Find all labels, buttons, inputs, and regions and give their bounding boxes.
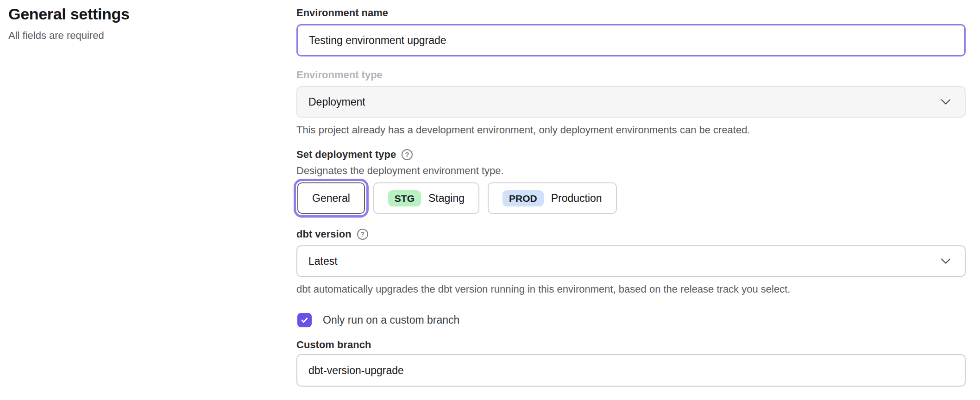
deployment-type-staging-label: Staging (428, 192, 465, 205)
deployment-type-production-button[interactable]: PROD Production (488, 182, 617, 214)
deployment-type-group: Set deployment type ? Designates the dep… (296, 148, 966, 214)
deployment-type-general-button[interactable]: General (297, 182, 365, 214)
dbt-version-label-text: dbt version (296, 228, 352, 241)
custom-branch-group: Custom branch (296, 338, 966, 387)
environment-type-select: Deployment (296, 86, 966, 118)
environment-type-value: Deployment (308, 96, 365, 108)
checkmark-icon (300, 316, 309, 325)
dbt-version-value: Latest (308, 255, 338, 268)
help-icon[interactable]: ? (402, 149, 413, 160)
general-settings-page: General settings All fields are required… (0, 0, 980, 400)
deployment-type-options: General STG Staging PROD Production (296, 182, 966, 214)
chevron-down-icon (941, 258, 951, 264)
custom-branch-label: Custom branch (296, 338, 966, 351)
dbt-version-helper: dbt automatically upgrades the dbt versi… (296, 283, 966, 295)
custom-branch-checkbox[interactable] (297, 313, 312, 327)
dbt-version-label: dbt version ? (296, 228, 966, 241)
deployment-type-production-label: Production (551, 192, 602, 205)
environment-name-input[interactable] (296, 24, 966, 56)
dbt-version-select[interactable]: Latest (296, 245, 966, 277)
environment-type-group: Environment type Deployment This project… (296, 69, 966, 136)
environment-type-label: Environment type (296, 69, 966, 81)
deployment-type-label-text: Set deployment type (296, 148, 396, 161)
custom-branch-checkbox-label[interactable]: Only run on a custom branch (323, 314, 459, 326)
environment-settings-form: Environment name Environment type Deploy… (296, 0, 966, 387)
custom-branch-checkbox-row: Only run on a custom branch (296, 313, 966, 327)
stg-badge: STG (388, 190, 421, 206)
custom-branch-input[interactable] (296, 354, 966, 387)
environment-name-group: Environment name (296, 6, 966, 56)
environment-name-label: Environment name (296, 6, 966, 19)
deployment-type-helper: Designates the deployment environment ty… (296, 165, 966, 177)
settings-header: General settings All fields are required (8, 5, 277, 42)
help-icon[interactable]: ? (357, 229, 368, 240)
page-subtitle: All fields are required (8, 30, 277, 42)
deployment-type-general-label: General (312, 192, 350, 205)
page-title: General settings (8, 5, 277, 23)
deployment-type-label: Set deployment type ? (296, 148, 966, 161)
dbt-version-group: dbt version ? Latest dbt automatically u… (296, 228, 966, 295)
deployment-type-staging-button[interactable]: STG Staging (373, 182, 479, 214)
environment-type-helper: This project already has a development e… (296, 124, 966, 136)
chevron-down-icon (941, 99, 951, 105)
prod-badge: PROD (503, 190, 544, 206)
